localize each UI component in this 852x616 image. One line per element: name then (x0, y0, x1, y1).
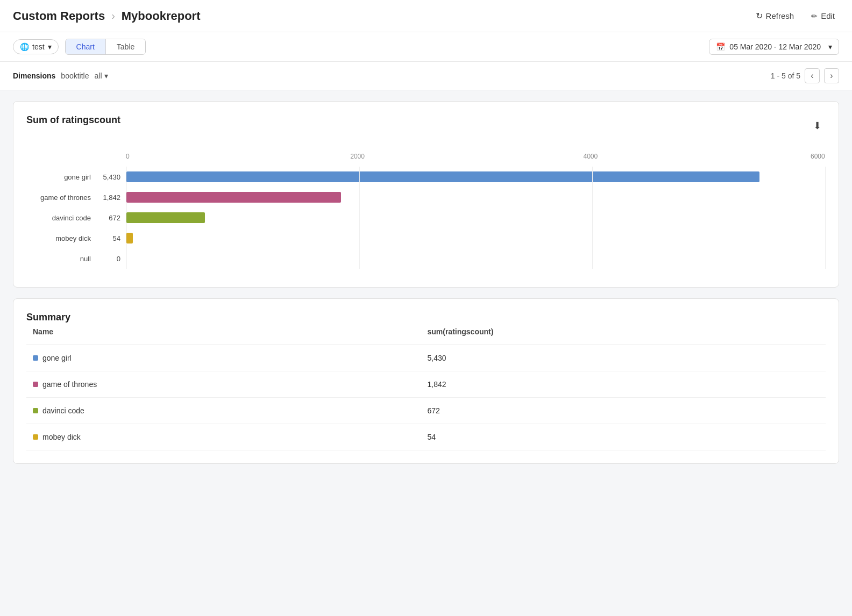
toolbar: test Chart Table 05 Mar 2020 - 12 Mar 20… (0, 32, 852, 62)
chart-row-value: 5,430 (96, 173, 126, 181)
summary-table-row: mobey dick 54 (26, 424, 826, 450)
dimensions-filter[interactable]: all (95, 71, 108, 80)
color-swatch (33, 355, 38, 361)
chart-row: davinci code 672 (26, 207, 826, 228)
summary-name-cell: davinci code (26, 398, 421, 424)
env-selector[interactable]: test (13, 39, 59, 54)
header-actions: Refresh Edit (751, 9, 839, 23)
header: Custom Reports › Mybookreport Refresh Ed… (0, 0, 852, 32)
color-swatch (33, 408, 38, 413)
summary-row-name: mobey dick (42, 433, 81, 441)
summary-table-row: game of thrones 1,842 (26, 371, 826, 398)
chart-bar-area (126, 228, 826, 248)
chart-row-value: 1,842 (96, 194, 126, 202)
dimensions-label: Dimensions (13, 71, 55, 80)
chart-title: Sum of ratingscount (26, 114, 120, 126)
summary-table-row: gone girl 5,430 (26, 345, 826, 371)
summary-name-cell: game of thrones (26, 371, 421, 398)
prev-page-button[interactable] (805, 68, 820, 83)
report-title: Mybookreport (122, 9, 201, 23)
col-value-header: sum(ratingscount) (421, 323, 826, 345)
summary-row-value: 5,430 (421, 345, 826, 371)
edit-icon (811, 11, 818, 20)
chart-bar-area (126, 207, 826, 228)
chart-bar (126, 233, 133, 243)
x-label-6000: 6000 (811, 153, 825, 160)
dimensions-field: booktitle (61, 71, 89, 80)
color-swatch (33, 382, 38, 387)
tab-chart[interactable]: Chart (66, 39, 106, 54)
main-content: Sum of ratingscount 0 2000 4000 6000 gon… (0, 90, 852, 475)
chart-area: 0 2000 4000 6000 gone girl 5,430 game of… (26, 147, 826, 274)
tab-table[interactable]: Table (106, 39, 145, 54)
summary-row-value: 1,842 (421, 371, 826, 398)
chart-row: null 0 (26, 248, 826, 269)
edit-button[interactable]: Edit (807, 9, 839, 23)
chevron-left-icon (811, 71, 813, 81)
x-label-4000: 4000 (583, 153, 598, 160)
x-label-0: 0 (126, 153, 130, 160)
chart-row-label: game of thrones (26, 194, 96, 202)
globe-icon (20, 42, 29, 51)
chart-card: Sum of ratingscount 0 2000 4000 6000 gon… (13, 101, 839, 288)
view-tab-group: Chart Table (65, 39, 146, 55)
chart-row-label: davinci code (26, 214, 96, 222)
chart-bar (126, 192, 341, 203)
chart-row-value: 54 (96, 234, 126, 242)
next-page-button[interactable] (824, 68, 839, 83)
calendar-icon (716, 42, 725, 51)
breadcrumb-root[interactable]: Custom Reports (13, 9, 105, 23)
download-chart-button[interactable] (809, 118, 826, 134)
filter-chevron-icon (104, 71, 108, 80)
chart-row: gone girl 5,430 (26, 167, 826, 187)
edit-label: Edit (821, 11, 835, 20)
chart-row-value: 672 (96, 214, 126, 222)
toolbar-left: test Chart Table (13, 39, 146, 55)
chart-row-label: gone girl (26, 173, 96, 181)
summary-name-cell: mobey dick (26, 424, 421, 450)
chart-row-value: 0 (96, 255, 126, 263)
chart-row-label: null (26, 255, 96, 263)
refresh-icon (756, 11, 763, 21)
summary-row-name: davinci code (42, 406, 84, 415)
chart-bar-area (126, 167, 826, 187)
date-range-label: 05 Mar 2020 - 12 Mar 2020 (729, 42, 821, 51)
download-icon (813, 120, 821, 132)
header-left: Custom Reports › Mybookreport (13, 9, 200, 23)
chart-bar (126, 171, 759, 182)
date-range-selector[interactable]: 05 Mar 2020 - 12 Mar 2020 (709, 39, 839, 55)
chart-row: mobey dick 54 (26, 228, 826, 248)
chart-bar-area (126, 248, 826, 269)
env-label: test (32, 42, 45, 51)
breadcrumb-separator: › (111, 10, 115, 22)
summary-row-value: 54 (421, 424, 826, 450)
summary-row-name: gone girl (42, 354, 72, 362)
dimensions-bar: Dimensions booktitle all 1 - 5 of 5 (0, 62, 852, 90)
chart-row-label: mobey dick (26, 234, 96, 242)
refresh-button[interactable]: Refresh (751, 9, 799, 23)
refresh-label: Refresh (766, 11, 794, 20)
chart-row: game of thrones 1,842 (26, 187, 826, 207)
date-chevron-icon (828, 42, 832, 51)
summary-table: Name sum(ratingscount) gone girl 5,430 g… (26, 323, 826, 450)
col-name-header: Name (26, 323, 421, 345)
summary-name-cell: gone girl (26, 345, 421, 371)
summary-title: Summary (26, 312, 70, 323)
summary-card: Summary Name sum(ratingscount) gone girl… (13, 298, 839, 464)
dimensions-left: Dimensions booktitle all (13, 71, 108, 80)
color-swatch (33, 434, 38, 440)
summary-row-value: 672 (421, 398, 826, 424)
x-label-2000: 2000 (350, 153, 365, 160)
chevron-right-icon (830, 71, 833, 81)
pagination: 1 - 5 of 5 (771, 68, 839, 83)
pagination-text: 1 - 5 of 5 (771, 71, 800, 80)
chart-bar-area (126, 187, 826, 207)
chart-bar (126, 212, 205, 223)
chart-card-header: Sum of ratingscount (26, 114, 826, 137)
filter-value: all (95, 71, 102, 80)
chevron-down-icon (48, 42, 52, 51)
summary-row-name: game of thrones (42, 380, 97, 389)
chart-rows: gone girl 5,430 game of thrones 1,842 da… (26, 167, 826, 269)
summary-table-row: davinci code 672 (26, 398, 826, 424)
